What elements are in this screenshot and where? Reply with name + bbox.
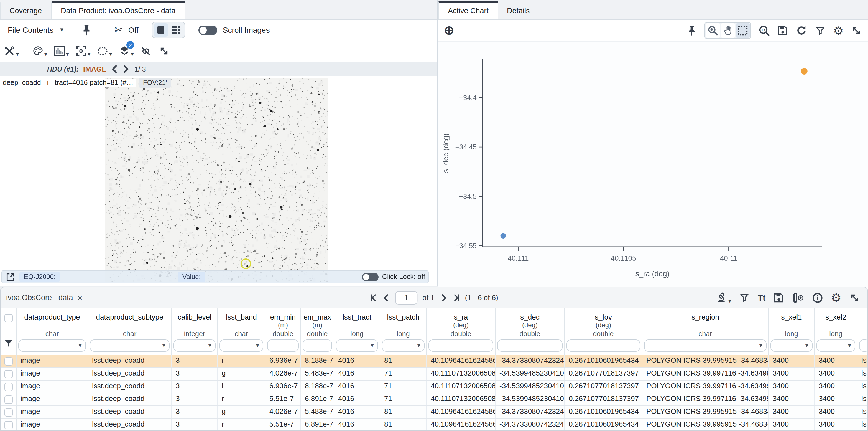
- recenter-button[interactable]: ▾: [75, 45, 90, 57]
- column-header-em_max[interactable]: em_max(m)double: [301, 309, 334, 355]
- row-checkbox[interactable]: [4, 395, 12, 404]
- hdu-prev-button[interactable]: [111, 65, 118, 73]
- inspect-table-button[interactable]: ▾: [716, 291, 731, 304]
- text-view-button[interactable]: Tt: [758, 293, 766, 302]
- column-header-partial[interactable]: [858, 309, 868, 355]
- column-filter-input[interactable]: ▼: [174, 340, 216, 352]
- chart-canvas[interactable]: −34.4−34.45−34.5−34.5540.11140.110540.11…: [438, 41, 868, 287]
- column-filter-input[interactable]: ▼: [382, 340, 425, 352]
- table-row[interactable]: imagelsst.deep_coadd3i6.936e-78.188e-740…: [1, 355, 867, 368]
- tab-details[interactable]: Details: [498, 1, 539, 20]
- table-row[interactable]: imagelsst.deep_coadd3i6.936e-78.188e-740…: [1, 380, 867, 393]
- column-type: long: [397, 330, 410, 338]
- scroll-images-toggle[interactable]: [198, 25, 217, 35]
- column-filter-input[interactable]: [303, 340, 332, 352]
- cutout-scissors-icon[interactable]: ✂: [115, 25, 123, 35]
- column-header-s_region[interactable]: s_regionchar▼: [643, 309, 769, 355]
- fits-image-canvas[interactable]: [105, 78, 328, 282]
- file-contents-select[interactable]: File Contents: [8, 26, 54, 34]
- column-filter-input[interactable]: [497, 340, 563, 352]
- image-tools-button[interactable]: ▾: [3, 45, 19, 57]
- chevron-down-icon[interactable]: ▼: [59, 27, 65, 33]
- zoom-original-button[interactable]: 1X: [758, 24, 770, 37]
- table-row[interactable]: imagelsst.deep_coadd3g4.026e-75.483e-740…: [1, 368, 867, 380]
- chart-settings-icon[interactable]: ⚙: [833, 25, 844, 36]
- tab-data-product[interactable]: Data Product: ivoa.ObsCore - data: [51, 1, 185, 20]
- hdu-next-button[interactable]: [123, 65, 130, 73]
- add-chart-icon[interactable]: ⊕: [444, 24, 454, 37]
- column-header-dataproduct_type[interactable]: dataproduct_typechar▼: [17, 309, 88, 355]
- column-header-s_ra[interactable]: s_ra(deg)double: [427, 309, 496, 355]
- page-number-input[interactable]: 1: [395, 291, 417, 304]
- first-page-button[interactable]: [370, 294, 377, 301]
- column-header-s_xel1[interactable]: s_xel1long▼: [769, 309, 815, 355]
- click-lock-toggle[interactable]: [362, 272, 379, 281]
- tab-active-chart[interactable]: Active Chart: [438, 1, 498, 20]
- layers-button[interactable]: 2▾: [118, 45, 133, 57]
- column-header-lsst_band[interactable]: lsst_bandchar▼: [218, 309, 266, 355]
- table-row[interactable]: imagelsst.deep_coadd3r5.51e-76.891e-7401…: [1, 393, 867, 406]
- zoom-mode-button[interactable]: [706, 23, 720, 38]
- select-mode-button[interactable]: [736, 23, 750, 38]
- column-type: char: [235, 330, 248, 338]
- column-header-s_fov[interactable]: s_fov(deg)double: [565, 309, 643, 355]
- pan-mode-button[interactable]: [720, 23, 735, 38]
- column-filter-input[interactable]: ▼: [219, 340, 263, 352]
- tab-coverage[interactable]: Coverage: [0, 1, 51, 20]
- save-table-button[interactable]: [773, 291, 785, 304]
- column-header-calib_level[interactable]: calib_levelinteger▼: [172, 309, 218, 355]
- row-checkbox[interactable]: [4, 421, 12, 429]
- next-page-button[interactable]: [439, 294, 447, 301]
- table-info-button[interactable]: [811, 291, 824, 304]
- restore-chart-button[interactable]: [796, 24, 808, 37]
- scatter-chart[interactable]: −34.4−34.45−34.5−34.5540.11140.110540.11…: [438, 41, 868, 289]
- column-header-lsst_patch[interactable]: lsst_patchlong▼: [380, 309, 427, 355]
- row-checkbox[interactable]: [4, 408, 12, 416]
- table-row[interactable]: imagelsst.deep_coadd3r5.51e-76.891e-7401…: [1, 419, 867, 430]
- stretch-histogram-button[interactable]: ▾: [53, 45, 69, 57]
- expand-viewer-icon[interactable]: [5, 272, 15, 282]
- grid-view-button[interactable]: [169, 23, 183, 37]
- column-filter-input[interactable]: ▼: [816, 340, 855, 352]
- save-chart-button[interactable]: [777, 24, 789, 37]
- unlock-wcs-button[interactable]: [140, 45, 152, 57]
- column-header-em_min[interactable]: em_min(m)double: [266, 309, 301, 355]
- column-filter-input[interactable]: ▼: [770, 340, 813, 352]
- column-header-lsst_tract[interactable]: lsst_tractlong▼: [334, 309, 380, 355]
- table-row[interactable]: imagelsst.deep_coadd3g4.026e-75.483e-740…: [1, 406, 867, 419]
- divider: [25, 45, 26, 58]
- column-filter-input[interactable]: [267, 340, 299, 352]
- prev-page-button[interactable]: [382, 294, 390, 301]
- close-table-icon[interactable]: ×: [78, 293, 83, 302]
- table-settings-icon[interactable]: ⚙: [831, 292, 841, 304]
- last-page-button[interactable]: [452, 294, 460, 301]
- row-checkbox[interactable]: [4, 370, 12, 378]
- column-header-dataproduct_subtype[interactable]: dataproduct_subtypechar▼: [88, 309, 172, 355]
- table-tab[interactable]: ivoa.ObsCore - data ×: [1, 293, 82, 302]
- column-filter-input[interactable]: ▼: [336, 340, 378, 352]
- filter-row-icon[interactable]: [2, 337, 14, 349]
- expand-table-button[interactable]: [848, 291, 861, 304]
- expand-chart-button[interactable]: [850, 24, 863, 37]
- row-checkbox[interactable]: [4, 382, 12, 391]
- filter-chart-button[interactable]: [814, 24, 827, 37]
- column-filter-input[interactable]: [859, 340, 868, 352]
- column-filter-input[interactable]: ▼: [90, 340, 169, 352]
- expand-image-button[interactable]: [158, 45, 170, 57]
- filter-table-button[interactable]: [738, 291, 750, 304]
- column-filter-input[interactable]: ▼: [18, 340, 86, 352]
- column-filter-input[interactable]: [566, 340, 640, 352]
- pin-chart-button[interactable]: [686, 24, 698, 37]
- column-filter-input[interactable]: ▼: [644, 340, 767, 352]
- pin-button[interactable]: [81, 24, 93, 36]
- single-view-button[interactable]: [154, 23, 168, 37]
- select-all-checkbox[interactable]: [4, 314, 12, 322]
- column-header-s_dec[interactable]: s_dec(deg)double: [496, 309, 565, 355]
- select-region-button[interactable]: ▾: [96, 45, 112, 57]
- column-header-s_xel2[interactable]: s_xel2long▼: [815, 309, 858, 355]
- column-filter-input[interactable]: [429, 340, 493, 352]
- add-column-button[interactable]: [792, 291, 804, 304]
- color-palette-button[interactable]: ▾: [32, 45, 47, 57]
- cutout-state-label[interactable]: Off: [128, 26, 138, 34]
- row-checkbox[interactable]: [4, 357, 12, 365]
